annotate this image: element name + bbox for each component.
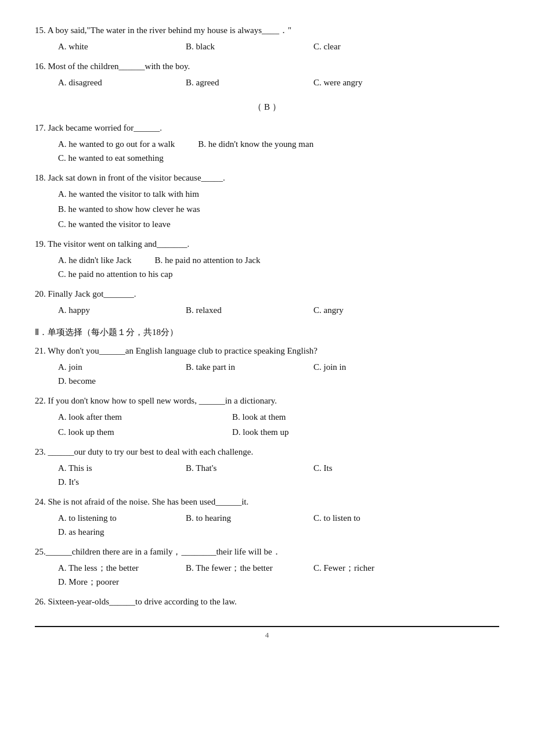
option-16a: A. disagreed — [58, 75, 163, 89]
option-19b: B. he paid no attention to Jack — [154, 253, 260, 267]
option-24d: D. as hearing — [58, 525, 163, 539]
options-18: A. he wanted the visitor to talk with hi… — [58, 187, 499, 231]
question-text-24: 24. She is not afraid of the noise. She … — [35, 495, 499, 509]
option-25a: A. The less；the better — [58, 561, 163, 575]
question-block-24: 24. She is not afraid of the noise. She … — [35, 495, 499, 539]
option-21c: C. join in — [313, 360, 418, 374]
option-22c: C. look up them — [58, 425, 209, 439]
option-25d: D. More；poorer — [58, 575, 163, 589]
option-21b: B. take part in — [186, 360, 290, 374]
question-text-20: 20. Finally Jack got_______. — [35, 287, 499, 301]
center-label: （ B ） — [35, 100, 499, 114]
question-text-17: 17. Jack became worried for______. — [35, 121, 499, 135]
section2-header: Ⅱ．单项选择（每小题１分，共18分） — [35, 325, 499, 339]
option-23c: C. Its — [313, 461, 418, 475]
question-block-15: 15. A boy said,"The water in the river b… — [35, 23, 499, 53]
question-text-19: 19. The visitor went on talking and_____… — [35, 237, 499, 251]
options-19: A. he didn't like Jack B. he paid no att… — [58, 253, 499, 281]
option-17a: A. he wanted to go out for a walk — [58, 137, 175, 151]
option-24c: C. to listen to — [313, 511, 418, 525]
option-21d: D. become — [58, 374, 163, 388]
option-22b: B. look at them — [232, 410, 286, 424]
option-25c: C. Fewer；richer — [313, 561, 418, 575]
option-16b: B. agreed — [186, 75, 290, 89]
question-block-23: 23. ______our duty to try our best to de… — [35, 445, 499, 489]
question-block-20: 20. Finally Jack got_______. A. happy B.… — [35, 287, 499, 317]
question-block-18: 18. Jack sat down in front of the visito… — [35, 171, 499, 231]
option-23b: B. That's — [186, 461, 290, 475]
option-19c: C. he paid no attention to his cap — [58, 269, 172, 279]
option-20b: B. relaxed — [186, 303, 290, 317]
options-row-23: A. This is B. That's C. Its D. It's — [58, 461, 499, 489]
option-15b: B. black — [186, 39, 290, 53]
options-17: A. he wanted to go out for a walk B. he … — [58, 137, 499, 165]
option-23d: D. It's — [58, 475, 163, 489]
question-block-22: 22. If you don't know how to spell new w… — [35, 394, 499, 439]
question-text-15: 15. A boy said,"The water in the river b… — [35, 23, 499, 37]
option-22d: D. look them up — [232, 425, 289, 439]
options-row-15: A. white B. black C. clear — [58, 39, 499, 53]
question-block-25: 25.______children there are in a family，… — [35, 545, 499, 589]
option-17b: B. he didn't know the young man — [198, 137, 313, 151]
question-text-26: 26. Sixteen-year-olds______to drive acco… — [35, 595, 499, 609]
bottom-line — [35, 626, 499, 627]
question-text-21: 21. Why don't you______an English langua… — [35, 344, 499, 358]
page-number: 4 — [35, 629, 499, 642]
option-18a: A. he wanted the visitor to talk with hi… — [58, 187, 499, 201]
question-text-18: 18. Jack sat down in front of the visito… — [35, 171, 499, 185]
options-row-24: A. to listening to B. to hearing C. to l… — [58, 511, 499, 539]
options-row-25: A. The less；the better B. The fewer；the … — [58, 561, 499, 589]
question-block-16: 16. Most of the children______with the b… — [35, 59, 499, 89]
option-25b: B. The fewer；the better — [186, 561, 290, 575]
option-15c: C. clear — [313, 39, 418, 53]
option-15a: A. white — [58, 39, 163, 53]
option-20c: C. angry — [313, 303, 418, 317]
option-22a: A. look after them — [58, 410, 209, 424]
option-17c: C. he wanted to eat something — [58, 153, 164, 163]
option-24b: B. to hearing — [186, 511, 290, 525]
option-19a: A. he didn't like Jack — [58, 253, 131, 267]
question-text-23: 23. ______our duty to try our best to de… — [35, 445, 499, 459]
option-23a: A. This is — [58, 461, 163, 475]
question-block-17: 17. Jack became worried for______. A. he… — [35, 121, 499, 165]
option-21a: A. join — [58, 360, 163, 374]
options-row-20: A. happy B. relaxed C. angry — [58, 303, 499, 317]
option-16c: C. were angry — [313, 75, 418, 89]
option-18b: B. he wanted to show how clever he was — [58, 202, 499, 216]
option-18c: C. he wanted the visitor to leave — [58, 217, 499, 231]
options-22: A. look after them B. look at them C. lo… — [58, 410, 499, 439]
question-text-16: 16. Most of the children______with the b… — [35, 59, 499, 73]
question-text-22: 22. If you don't know how to spell new w… — [35, 394, 499, 408]
question-block-26: 26. Sixteen-year-olds______to drive acco… — [35, 595, 499, 609]
question-block-19: 19. The visitor went on talking and_____… — [35, 237, 499, 281]
question-text-25: 25.______children there are in a family，… — [35, 545, 499, 559]
options-row-16: A. disagreed B. agreed C. were angry — [58, 75, 499, 89]
option-20a: A. happy — [58, 303, 163, 317]
question-block-21: 21. Why don't you______an English langua… — [35, 344, 499, 388]
options-row-21: A. join B. take part in C. join in D. be… — [58, 360, 499, 388]
option-24a: A. to listening to — [58, 511, 163, 525]
